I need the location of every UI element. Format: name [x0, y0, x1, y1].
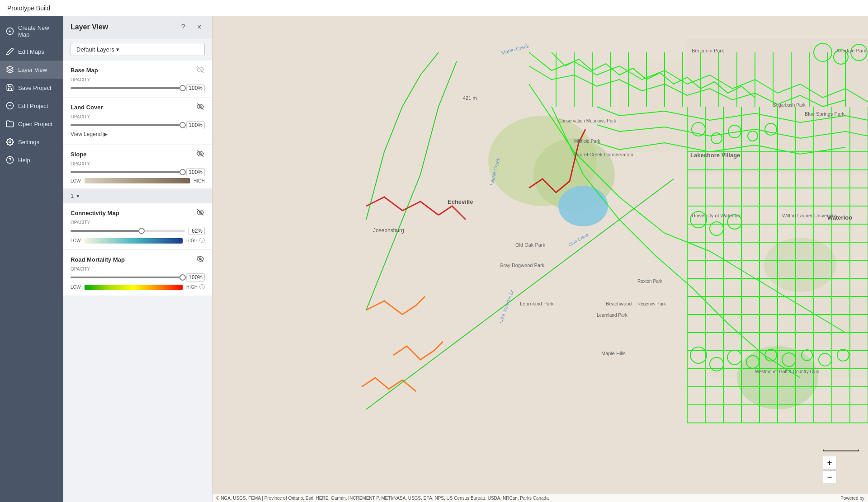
sidebar-item-label-open-project: Open Project: [18, 121, 52, 127]
connectivity-legend-low: LOW: [71, 238, 81, 243]
svg-text:Old Oak Park: Old Oak Park: [515, 242, 546, 248]
opacity-label-base-map: OPACITY: [71, 77, 205, 82]
svg-marker-3: [7, 66, 14, 70]
sidebar-item-label-create-new-map: Create New Map: [18, 24, 58, 38]
sidebar-item-edit-maps[interactable]: Edit Maps: [0, 42, 63, 61]
divider-label: 1: [71, 192, 74, 199]
opacity-value-slope: 100%: [186, 168, 205, 176]
sidebar-item-edit-project[interactable]: Edit Project: [0, 97, 63, 115]
svg-text:Sugarbush Park: Sugarbush Park: [773, 103, 806, 108]
svg-text:Lakeshore Village: Lakeshore Village: [690, 152, 740, 159]
layer-panel-title: Layer View: [71, 23, 108, 31]
default-layers-label: Default Layers: [76, 46, 114, 53]
svg-line-15: [197, 209, 203, 215]
opacity-label-road-mortality-map: OPACITY: [71, 267, 205, 272]
map-area[interactable]: Martin Creek Laurel Creek Clott Creek La…: [212, 16, 868, 502]
slope-legend-high: HIGH: [193, 178, 205, 183]
pencil-icon: [5, 47, 14, 56]
opacity-value-road-mortality-map: 100%: [186, 273, 205, 281]
layer-section-divider[interactable]: 1 ▾: [63, 189, 212, 203]
sidebar-item-save-project[interactable]: Save Project: [0, 79, 63, 97]
layer-section-base-map: Base Map OPACITY 100%: [63, 61, 212, 97]
road-mortality-info-icon[interactable]: ⓘ: [199, 283, 205, 291]
default-layers-button[interactable]: Default Layers ▾: [71, 43, 205, 56]
svg-text:Gray Dogwood Park: Gray Dogwood Park: [500, 263, 545, 268]
sidebar-item-create-new-map[interactable]: Create New Map: [0, 20, 63, 42]
map-svg: Martin Creek Laurel Creek Clott Creek La…: [212, 16, 868, 502]
sidebar-item-open-project[interactable]: Open Project: [0, 115, 63, 133]
opacity-value-base-map: 100%: [186, 84, 205, 92]
opacity-label-slope: OPACITY: [71, 161, 205, 166]
sidebar: Create New MapEdit MapsLayer ViewSave Pr…: [0, 16, 63, 502]
layer-section-connectivity-map: Connectivity Map OPACITY 62% LO: [63, 203, 212, 249]
layer-section-land-cover: Land Cover OPACITY 100% View Le: [63, 98, 212, 144]
svg-text:Regency Park: Regency Park: [637, 301, 666, 306]
svg-text:Roxton Park: Roxton Park: [637, 279, 663, 284]
layer-header-base-map: Base Map: [71, 65, 205, 75]
opacity-slider-connectivity-map[interactable]: [71, 230, 185, 232]
gear-icon: [5, 137, 14, 146]
connectivity-info-icon[interactable]: ⓘ: [199, 237, 205, 244]
sidebar-item-label-settings: Settings: [18, 139, 39, 145]
map-attribution: © NGA, USGS, FEMA | Province of Ontario,…: [212, 494, 868, 502]
svg-text:Learnland Park: Learnland Park: [520, 301, 554, 306]
layer-visibility-road-mortality-map[interactable]: [196, 254, 205, 265]
opacity-row-connectivity-map: 62%: [71, 227, 205, 235]
svg-text:Conservation Meadows Park: Conservation Meadows Park: [558, 118, 617, 123]
opacity-row-base-map: 100%: [71, 84, 205, 92]
svg-text:Blue Springs Park: Blue Springs Park: [805, 111, 845, 117]
sidebar-item-help[interactable]: Help: [0, 151, 63, 169]
opacity-slider-land-cover[interactable]: [71, 124, 183, 126]
connectivity-legend-high: HIGH: [186, 238, 198, 243]
sidebar-item-settings[interactable]: Settings: [0, 133, 63, 151]
layer-visibility-land-cover[interactable]: [196, 102, 205, 113]
svg-text:Laurel Creek Conservation: Laurel Creek Conservation: [574, 152, 633, 157]
layer-name-road-mortality-map: Road Mortality Map: [71, 256, 125, 263]
map-controls: + −: [823, 450, 859, 484]
svg-text:Beachwood: Beachwood: [606, 301, 632, 306]
layer-panel-actions: ? ×: [178, 22, 205, 33]
layer-header-land-cover: Land Cover: [71, 102, 205, 113]
svg-text:Mififield Park: Mififield Park: [574, 139, 600, 144]
layer-header-slope: Slope: [71, 149, 205, 160]
edit-icon: [5, 101, 14, 110]
opacity-slider-slope[interactable]: [71, 171, 183, 173]
layer-panel-help-button[interactable]: ?: [178, 22, 189, 33]
sidebar-item-label-edit-project: Edit Project: [18, 103, 48, 109]
opacity-row-land-cover: 100%: [71, 121, 205, 129]
view-legend-button[interactable]: View Legend ▶: [71, 129, 108, 139]
svg-text:Learnland Park: Learnland Park: [597, 313, 628, 318]
opacity-slider-base-map[interactable]: [71, 87, 183, 89]
folder-icon: [5, 119, 14, 128]
layer-panel-close-button[interactable]: ×: [194, 22, 205, 33]
layer-name-land-cover: Land Cover: [71, 104, 103, 111]
app-title-text: Prototype Build: [7, 5, 50, 12]
svg-point-6: [9, 141, 11, 143]
sidebar-item-label-layer-view: Layer View: [18, 66, 47, 73]
app-title-bar: Prototype Build: [0, 0, 868, 16]
svg-text:Westmount Golf & Country Club: Westmount Golf & Country Club: [755, 369, 820, 374]
layer-visibility-connectivity-map[interactable]: [196, 208, 205, 218]
zoom-out-button[interactable]: −: [823, 470, 836, 484]
attribution-text: © NGA, USGS, FEMA | Province of Ontario,…: [216, 496, 549, 501]
layer-header-connectivity-map: Connectivity Map: [71, 208, 205, 218]
opacity-slider-road-mortality-map[interactable]: [71, 277, 183, 278]
scale-bar-line: [823, 450, 859, 451]
svg-text:421 m: 421 m: [463, 95, 477, 101]
layer-visibility-base-map[interactable]: [196, 65, 205, 75]
view-legend-arrow: ▶: [104, 131, 108, 137]
plus-circle-icon: [5, 27, 14, 36]
road-mortality-legend-high: HIGH: [186, 285, 198, 290]
view-legend-label: View Legend: [71, 131, 102, 137]
layer-section-slope: Slope OPACITY 100% LOW: [63, 145, 212, 188]
slope-legend-low: LOW: [71, 178, 81, 183]
layer-visibility-slope[interactable]: [196, 149, 205, 160]
save-icon: [5, 83, 14, 92]
svg-text:Echeville: Echeville: [448, 198, 473, 205]
zoom-in-button[interactable]: +: [823, 456, 836, 469]
layer-name-base-map: Base Map: [71, 67, 98, 74]
sidebar-item-layer-view[interactable]: Layer View: [0, 61, 63, 79]
svg-point-25: [764, 238, 836, 292]
svg-text:Anndale Park: Anndale Park: [836, 48, 867, 53]
road-mortality-legend-low: LOW: [71, 285, 81, 290]
